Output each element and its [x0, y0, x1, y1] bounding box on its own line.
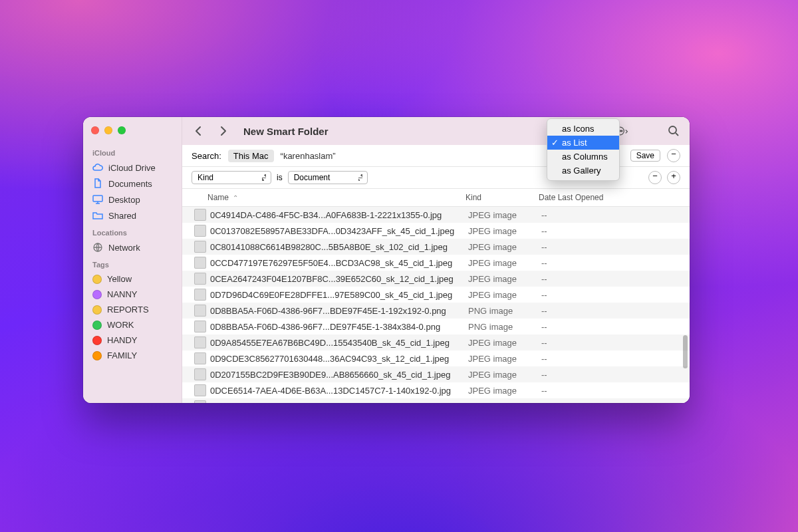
- svg-point-12: [669, 126, 676, 134]
- column-header-kind[interactable]: Kind: [466, 193, 539, 202]
- criteria-attribute-popup[interactable]: Kind: [192, 171, 271, 184]
- file-name: 0CEA2647243F04E1207BF8C...39E652C60_sk_1…: [210, 274, 468, 284]
- sidebar-item[interactable]: WORK: [83, 317, 182, 332]
- file-row[interactable]: 0C80141088C6614B98280C...5B5A8B0E_sk_102…: [182, 239, 690, 255]
- scrollbar-thumb[interactable]: [683, 335, 688, 368]
- remove-criteria-button[interactable]: −: [648, 171, 662, 184]
- sidebar-item[interactable]: FAMILY: [83, 348, 182, 363]
- file-date: --: [541, 322, 680, 332]
- file-kind: JPEG image: [468, 402, 541, 404]
- file-thumbnail-icon: [194, 225, 206, 237]
- file-date: --: [541, 258, 680, 268]
- sidebar-item[interactable]: HANDY: [83, 332, 182, 348]
- remove-search-button[interactable]: −: [667, 149, 680, 162]
- file-date: --: [541, 210, 680, 220]
- file-row[interactable]: 0DCE6514-7AEA-4D6E-B63A...13DC1457C7-1-1…: [182, 382, 690, 398]
- column-header-date[interactable]: Date Last Opened: [539, 193, 680, 202]
- file-thumbnail-icon: [194, 384, 206, 396]
- sidebar-item[interactable]: Desktop: [83, 192, 182, 207]
- file-thumbnail-icon: [194, 273, 206, 285]
- search-query-token[interactable]: “karenhaslam”: [281, 151, 336, 161]
- file-kind: JPEG image: [468, 290, 541, 300]
- file-name: 0DCE6514-7AEA-4D6E-B63A...3DC1457C7-1-28…: [210, 402, 468, 404]
- view-menu-item[interactable]: as Icons: [547, 122, 619, 136]
- file-kind: JPEG image: [468, 370, 541, 380]
- sort-ascending-icon: ⌃: [233, 194, 238, 201]
- finder-window: iCloudiCloud DriveDocumentsDesktopShared…: [83, 117, 690, 403]
- sidebar-item-label: iCloud Drive: [108, 163, 156, 173]
- sidebar-item[interactable]: Documents: [83, 176, 182, 192]
- sidebar-item-label: Documents: [108, 179, 152, 189]
- file-date: --: [541, 274, 680, 284]
- column-headers: Name ⌃ Kind Date Last Opened: [182, 189, 690, 207]
- search-button[interactable]: [667, 124, 680, 138]
- file-thumbnail-icon: [194, 257, 206, 269]
- file-thumbnail-icon: [194, 368, 206, 380]
- save-search-button[interactable]: Save: [630, 150, 660, 162]
- file-kind: JPEG image: [468, 274, 541, 284]
- sidebar-section-title: iCloud: [83, 144, 182, 160]
- sidebar-item-label: NANNY: [107, 289, 138, 299]
- file-name: 0D207155BC2D9FE3B90DE9...AB8656660_sk_45…: [210, 370, 468, 380]
- tag-dot-icon: [92, 351, 102, 360]
- file-kind: PNG image: [468, 306, 541, 316]
- sidebar-item[interactable]: Network: [83, 239, 182, 255]
- file-row[interactable]: 0C4914DA-C486-4F5C-B34...A0FA683B-1-2221…: [182, 207, 690, 223]
- file-row[interactable]: 0D9CDE3C85627701630448...36AC94C93_sk_12…: [182, 350, 690, 366]
- sidebar-item[interactable]: Yellow: [83, 271, 182, 287]
- sidebar-section-title: Tags: [83, 255, 182, 271]
- tag-dot-icon: [92, 305, 102, 315]
- sidebar-item[interactable]: NANNY: [83, 287, 182, 302]
- file-date: --: [541, 226, 680, 236]
- sidebar-item[interactable]: REPORTS: [83, 302, 182, 317]
- tag-dot-icon: [92, 321, 102, 330]
- file-kind: PNG image: [468, 322, 541, 332]
- cloud-icon: [92, 162, 103, 173]
- zoom-window-button[interactable]: [118, 126, 126, 134]
- window-title: New Smart Folder: [243, 126, 329, 137]
- nav-forward-button[interactable]: [217, 124, 230, 138]
- criteria-value-popup[interactable]: Document: [288, 171, 368, 184]
- view-menu-item[interactable]: as Gallery: [547, 164, 619, 178]
- file-date: --: [541, 290, 680, 300]
- sidebar-item-label: Network: [108, 243, 140, 253]
- file-row[interactable]: 0D8BBA5A-F06D-4386-96F7...DE97F45E-1-384…: [182, 319, 690, 334]
- file-row[interactable]: 0D7D96D4C69E0FE28DFFE1...97E589C00_sk_45…: [182, 287, 690, 303]
- minimize-window-button[interactable]: [104, 126, 112, 134]
- file-row[interactable]: 0D9A85455E7EA67B6BC49D...15543540B_sk_45…: [182, 334, 690, 350]
- search-scope-this-mac[interactable]: This Mac: [228, 150, 274, 162]
- sidebar-item-label: FAMILY: [107, 350, 137, 360]
- column-header-name[interactable]: Name ⌃: [207, 193, 466, 202]
- sidebar-item[interactable]: iCloud Drive: [83, 160, 182, 176]
- file-name: 0D9A85455E7EA67B6BC49D...15543540B_sk_45…: [210, 338, 468, 348]
- tag-dot-icon: [92, 290, 102, 299]
- file-date: --: [541, 306, 680, 316]
- file-kind: JPEG image: [468, 210, 541, 220]
- sidebar-item-label: Yellow: [107, 274, 132, 284]
- file-date: --: [541, 402, 680, 404]
- file-row[interactable]: 0D8BBA5A-F06D-4386-96F7...BDE97F45E-1-19…: [182, 303, 690, 319]
- window-controls: [83, 122, 182, 144]
- file-name: 0C80141088C6614B98280C...5B5A8B0E_sk_102…: [210, 242, 468, 252]
- file-row[interactable]: 0C0137082E58957ABE33DFA...0D3423AFF_sk_4…: [182, 223, 690, 239]
- close-window-button[interactable]: [91, 126, 99, 134]
- view-menu-item[interactable]: as List: [547, 136, 619, 150]
- view-as-menu: as Iconsas Listas Columnsas Gallery: [547, 118, 620, 181]
- file-list[interactable]: 0C4914DA-C486-4F5C-B34...A0FA683B-1-2221…: [182, 207, 690, 403]
- file-row[interactable]: 0D207155BC2D9FE3B90DE9...AB8656660_sk_45…: [182, 366, 690, 382]
- nav-back-button[interactable]: [192, 124, 205, 138]
- file-kind: JPEG image: [468, 226, 541, 236]
- file-row[interactable]: 0DCE6514-7AEA-4D6E-B63A...3DC1457C7-1-28…: [182, 398, 690, 403]
- file-row[interactable]: 0CEA2647243F04E1207BF8C...39E652C60_sk_1…: [182, 271, 690, 287]
- search-label: Search:: [192, 151, 221, 161]
- sidebar-item[interactable]: Shared: [83, 207, 182, 223]
- file-row[interactable]: 0CCD477197E76297E5F50E4...BCD3AC98_sk_45…: [182, 255, 690, 271]
- desktop-icon: [92, 194, 103, 205]
- sidebar-section-title: Locations: [83, 223, 182, 239]
- globe-icon: [92, 242, 103, 253]
- view-menu-item[interactable]: as Columns: [547, 150, 619, 164]
- sidebar: iCloudiCloud DriveDocumentsDesktopShared…: [83, 117, 182, 403]
- file-name: 0DCE6514-7AEA-4D6E-B63A...13DC1457C7-1-1…: [210, 386, 468, 396]
- add-criteria-button[interactable]: +: [667, 171, 680, 184]
- tag-dot-icon: [92, 336, 102, 345]
